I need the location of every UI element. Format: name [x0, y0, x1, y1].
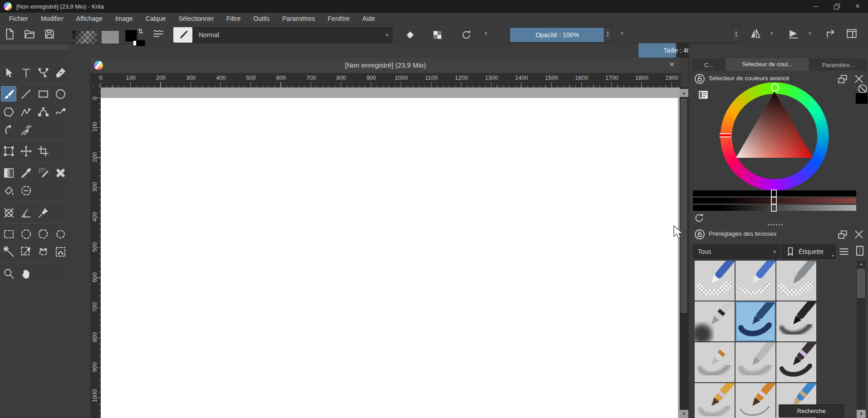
- color-slider-1[interactable]: [693, 190, 856, 196]
- tag-button[interactable]: Étiquette ▾: [781, 244, 836, 259]
- gradient-swatch[interactable]: [73, 31, 97, 44]
- brush-composition-button[interactable]: [152, 28, 164, 40]
- scroll-up-icon[interactable]: ▲: [857, 262, 866, 266]
- tool-measure[interactable]: [18, 205, 34, 220]
- color-history-list-icon[interactable]: [697, 89, 709, 101]
- reload-preset-button[interactable]: [457, 28, 476, 42]
- close-icon[interactable]: [853, 228, 865, 240]
- tool-reference-images[interactable]: [35, 205, 51, 220]
- tool-rectangle[interactable]: [35, 86, 51, 102]
- hue-ring-marker[interactable]: [720, 133, 731, 137]
- edit-brush-settings-button[interactable]: [173, 27, 192, 43]
- brush-preset-pen-silver[interactable]: [695, 342, 735, 382]
- scroll-up-icon[interactable]: ▲: [680, 89, 688, 97]
- minimize-button[interactable]: ─: [805, 0, 826, 13]
- background-color[interactable]: [136, 40, 145, 46]
- tool-freehand-brush[interactable]: [1, 86, 16, 102]
- docker-tab-2[interactable]: Sélecteur de coul...: [725, 57, 809, 71]
- eraser-mode-button[interactable]: [401, 28, 419, 42]
- brush-preset-eraser-block[interactable]: [695, 261, 735, 301]
- menu-item-paramtres[interactable]: Paramètres: [276, 13, 321, 24]
- chevron-down-icon[interactable]: ▾: [809, 30, 811, 36]
- tool-enclose-fill[interactable]: [18, 183, 34, 198]
- opacity-slider[interactable]: Opacité : 100%: [510, 27, 605, 43]
- preserve-alpha-button[interactable]: [428, 28, 446, 42]
- brush-preset-airbrush-soft[interactable]: [695, 301, 735, 341]
- chevron-down-icon[interactable]: ▾: [621, 30, 623, 36]
- foreground-background-colors[interactable]: ⇅: [125, 29, 148, 45]
- brush-preset-pen-gray-fuzzy[interactable]: [736, 342, 775, 382]
- tool-polygon[interactable]: [1, 104, 16, 120]
- tool-polyline[interactable]: [18, 104, 34, 120]
- mirror-horizontal-button[interactable]: [750, 28, 761, 39]
- canvas-vertical-scrollbar[interactable]: ▲ ▼: [680, 87, 688, 418]
- docker-tab-3[interactable]: Paramètre...: [810, 59, 867, 71]
- document-tab-title[interactable]: [Non enregistré] (23,9 Mio): [90, 61, 681, 69]
- menu-item-aide[interactable]: Aide: [356, 13, 382, 24]
- current-color-swatch[interactable]: [856, 93, 868, 104]
- document-close-icon[interactable]: ×: [669, 60, 674, 69]
- display-settings-icon[interactable]: [854, 245, 866, 257]
- chevron-down-icon[interactable]: ▾: [485, 30, 487, 36]
- foreground-color[interactable]: [125, 30, 137, 42]
- brush-preset-pen-black[interactable]: [776, 301, 816, 341]
- docker-splitter-handle[interactable]: [768, 224, 783, 225]
- menu-item-filtre[interactable]: Filtre: [220, 13, 247, 24]
- tool-pan[interactable]: [18, 266, 34, 281]
- tool-ellipse[interactable]: [53, 86, 68, 102]
- preset-scrollbar[interactable]: ▲ ▼: [857, 261, 866, 418]
- mirror-vertical-button[interactable]: [788, 28, 799, 39]
- tool-elliptical-select[interactable]: [18, 226, 34, 242]
- restore-button[interactable]: [826, 0, 847, 13]
- tool-contiguous-select[interactable]: [1, 244, 16, 259]
- blending-mode-dropdown[interactable]: Normal ▾: [193, 27, 392, 43]
- pattern-swatch[interactable]: [102, 31, 119, 44]
- scrollbar-thumb[interactable]: [857, 269, 865, 298]
- tool-calligraphy[interactable]: [53, 65, 68, 80]
- brush-preset-eraser-soft-pen[interactable]: [736, 261, 775, 301]
- lock-icon[interactable]: [694, 73, 706, 85]
- brush-preset-eraser-smudge[interactable]: [776, 261, 816, 301]
- float-icon[interactable]: [837, 73, 848, 85]
- tool-color-sampler[interactable]: [18, 165, 34, 180]
- size-spinner[interactable]: ▲▼: [732, 27, 740, 42]
- menu-item-calque[interactable]: Calque: [139, 13, 172, 24]
- opacity-spinner[interactable]: ▲▼: [604, 27, 612, 42]
- hue-ring-top-marker[interactable]: [771, 83, 779, 92]
- scrollbar-thumb[interactable]: [681, 99, 687, 313]
- swap-colors-arrows-icon[interactable]: ⇅: [137, 27, 143, 35]
- tool-polygonal-select[interactable]: [35, 226, 51, 242]
- save-button[interactable]: [44, 28, 55, 40]
- menu-item-affichage[interactable]: Affichage: [70, 13, 109, 24]
- canvas-document[interactable]: [101, 98, 678, 418]
- slider-marker[interactable]: [771, 204, 777, 212]
- tool-bezier-curve[interactable]: [35, 104, 51, 120]
- toolbox-header-handle[interactable]: [0, 44, 69, 49]
- tool-freehand-select[interactable]: [53, 226, 68, 242]
- tool-gradient[interactable]: [1, 165, 16, 180]
- hamburger-menu-icon[interactable]: [838, 246, 850, 258]
- lock-icon[interactable]: [694, 228, 706, 240]
- tool-rectangular-select[interactable]: [1, 226, 16, 242]
- tool-similar-select[interactable]: [18, 244, 34, 259]
- tool-smart-patch[interactable]: [53, 165, 68, 180]
- menu-item-modifier[interactable]: Modifier: [34, 13, 70, 24]
- preset-filter-dropdown[interactable]: Tous ▾: [693, 244, 780, 259]
- tool-multibrush[interactable]: [18, 122, 34, 137]
- tool-edit-shapes[interactable]: [35, 65, 51, 80]
- tool-line[interactable]: [18, 86, 34, 102]
- tool-zoom[interactable]: [1, 266, 16, 281]
- tool-dynamic-brush[interactable]: [1, 122, 16, 137]
- tool-crop[interactable]: [35, 143, 51, 159]
- brush-preset-detail-brush-orange[interactable]: [736, 383, 775, 418]
- slider-marker[interactable]: [771, 197, 777, 204]
- chevron-down-icon[interactable]: ▾: [770, 30, 773, 36]
- wrap-around-mode-button[interactable]: [825, 28, 837, 39]
- menu-item-slectionner[interactable]: Sélectionner: [172, 13, 220, 24]
- tool-magnetic-select[interactable]: [53, 244, 68, 259]
- brush-preset-basic-pen-selected[interactable]: [736, 301, 775, 341]
- color-slider-2[interactable]: [693, 198, 856, 204]
- menu-item-image[interactable]: Image: [109, 13, 139, 24]
- scroll-down-icon[interactable]: ▼: [680, 410, 688, 418]
- tool-colorize-mask[interactable]: [35, 165, 51, 180]
